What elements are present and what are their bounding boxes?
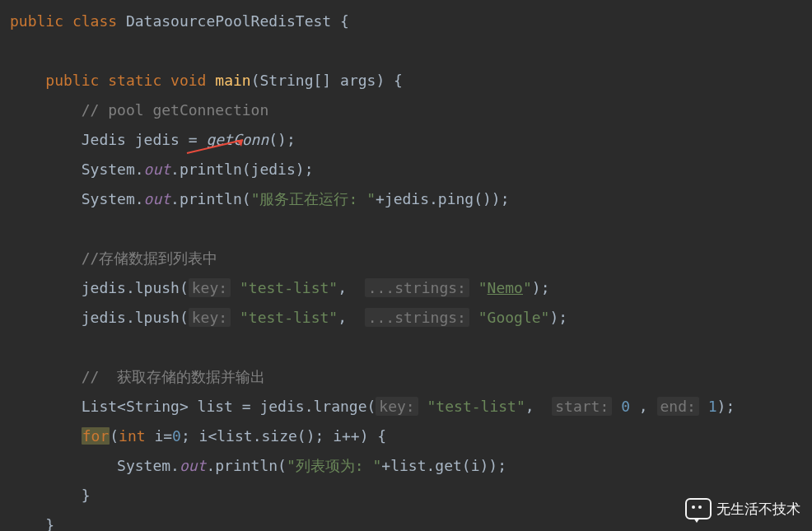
sout1-a: System. — [82, 161, 144, 178]
code-block: public class DatasourcePoolRedisTest { p… — [0, 0, 812, 531]
hint-strings-2: ...strings: — [365, 308, 469, 327]
comment-pool: // pool getConnection — [82, 101, 269, 119]
kw-void: void — [170, 72, 206, 89]
hint-key-2: key: — [189, 308, 231, 327]
kw-static: static — [108, 72, 161, 89]
getconn: getConn — [206, 131, 268, 148]
sout-out-2: out — [144, 190, 171, 207]
comment-get: // 获取存储的数据并输出 — [82, 368, 265, 385]
str-nemo: Nemo — [488, 279, 523, 296]
class-name: DatasourcePoolRedisTest — [126, 12, 331, 30]
str-nemo-open: " — [478, 279, 488, 296]
str-listitem: "列表项为: " — [287, 457, 381, 474]
str-testlist-2: "test-list" — [240, 309, 338, 326]
sout-out-3: out — [180, 457, 207, 474]
str-google: "Google" — [478, 309, 550, 326]
jedis-decl-b: (); — [268, 131, 296, 148]
jedis-decl-a: Jedis jedis = — [82, 131, 207, 148]
comment-store: //存储数据到列表中 — [82, 249, 218, 267]
close-2: ); — [549, 309, 567, 326]
close-1: ); — [532, 279, 550, 296]
num-zero: 0 — [621, 398, 630, 415]
lpush1-a: jedis.lpush( — [82, 279, 189, 296]
str-testlist-3: "test-list" — [427, 398, 525, 415]
for-zero: 0 — [172, 427, 181, 445]
brace-close-main: } — [45, 516, 54, 531]
num-one: 1 — [708, 398, 717, 415]
kw-int: int — [119, 427, 146, 445]
kw-class: class — [72, 12, 117, 30]
for-i: i= — [146, 427, 173, 445]
comma-1: , — [338, 279, 365, 296]
list-decl-a: List<String> list = jedis.lrange( — [82, 398, 376, 415]
main-params: (String[] args) { — [251, 72, 403, 89]
str-nemo-close: " — [523, 279, 532, 296]
for-header-b: ; i<list.size(); i++) { — [181, 427, 386, 445]
sout2-a: System. — [82, 190, 144, 207]
comma-2: , — [338, 309, 365, 326]
list-decl-b: ); — [717, 398, 735, 415]
hint-strings-1: ...strings: — [365, 278, 469, 297]
hint-end: end: — [657, 397, 699, 416]
brace-close-for: } — [82, 487, 91, 504]
kw-for: for — [82, 427, 110, 445]
kw-public-2: public — [45, 72, 99, 89]
sout3-b: .println( — [206, 457, 287, 474]
lpush2-a: jedis.lpush( — [82, 309, 189, 326]
hint-key-1: key: — [189, 278, 231, 297]
sout-out-1: out — [144, 161, 171, 178]
kw-public: public — [10, 12, 63, 30]
method-main: main — [215, 72, 250, 89]
for-open: ( — [110, 427, 119, 445]
sout2-c: +jedis.ping()); — [376, 190, 510, 207]
sout2-b: .println( — [170, 190, 251, 207]
str-testlist-1: "test-list" — [240, 279, 338, 296]
hint-key-3: key: — [376, 397, 418, 416]
sout3-a: System. — [117, 457, 180, 474]
str-running: "服务正在运行: " — [251, 190, 376, 207]
hint-start: start: — [552, 397, 612, 416]
sout3-c: +list.get(i)); — [381, 457, 506, 474]
sout1-b: .println(jedis); — [170, 161, 313, 178]
